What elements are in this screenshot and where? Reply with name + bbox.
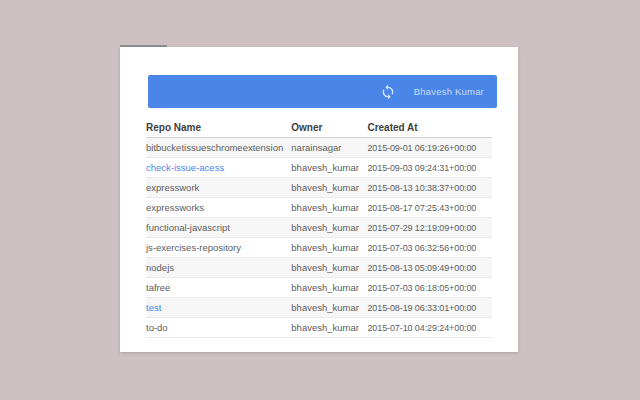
repo-name-cell: functional-javascript [146, 218, 291, 238]
owner-cell: bhavesh_kumar [291, 158, 367, 178]
table-row: to-do bhavesh_kumar 2015-07-10 04:29:24+… [146, 318, 492, 338]
repo-name-cell: bitbucketissueschromeextension [146, 138, 291, 158]
repo-table: Repo Name Owner Created At bitbucketissu… [146, 117, 492, 338]
user-name: Bhavesh Kumar [414, 86, 484, 97]
app-card: Bhavesh Kumar Repo Name Owner Created At… [120, 47, 518, 352]
table-row: nodejs bhavesh_kumar 2015-08-13 05:09:49… [146, 258, 492, 278]
repo-link[interactable]: check-issue-acess [146, 162, 224, 173]
refresh-icon [380, 84, 396, 100]
owner-cell: bhavesh_kumar [291, 178, 367, 198]
column-header-owner: Owner [291, 117, 367, 138]
owner-cell: bhavesh_kumar [291, 298, 367, 318]
table-row: functional-javascript bhavesh_kumar 2015… [146, 218, 492, 238]
repo-name-cell: expressworks [146, 198, 291, 218]
table-row: tafree bhavesh_kumar 2015-07-03 06:18:05… [146, 278, 492, 298]
table-body: bitbucketissueschromeextension narainsag… [146, 138, 492, 338]
owner-cell: bhavesh_kumar [291, 238, 367, 258]
owner-cell: bhavesh_kumar [291, 198, 367, 218]
column-header-repo-name: Repo Name [146, 117, 291, 138]
table-row: expressworks bhavesh_kumar 2015-08-17 07… [146, 198, 492, 218]
created-at-cell: 2015-09-01 06:19:26+00:00 [367, 138, 492, 158]
table-row: check-issue-acess bhavesh_kumar 2015-09-… [146, 158, 492, 178]
table-row: expresswork bhavesh_kumar 2015-08-13 10:… [146, 178, 492, 198]
repo-table-container: Repo Name Owner Created At bitbucketissu… [146, 117, 492, 338]
table-row: test bhavesh_kumar 2015-08-19 06:33:01+0… [146, 298, 492, 318]
created-at-cell: 2015-08-17 07:25:43+00:00 [367, 198, 492, 218]
table-row: js-exercises-repository bhavesh_kumar 20… [146, 238, 492, 258]
repo-name-cell: to-do [146, 318, 291, 338]
owner-cell: bhavesh_kumar [291, 278, 367, 298]
created-at-cell: 2015-07-03 06:18:05+00:00 [367, 278, 492, 298]
refresh-button[interactable] [380, 83, 397, 100]
created-at-cell: 2015-09-03 09:24:31+00:00 [367, 158, 492, 178]
created-at-cell: 2015-07-29 12:19:09+00:00 [367, 218, 492, 238]
created-at-cell: 2015-08-19 06:33:01+00:00 [367, 298, 492, 318]
created-at-cell: 2015-08-13 10:38:37+00:00 [367, 178, 492, 198]
owner-cell: bhavesh_kumar [291, 318, 367, 338]
repo-name-cell: nodejs [146, 258, 291, 278]
created-at-cell: 2015-07-10 04:29:24+00:00 [367, 318, 492, 338]
repo-name-cell: expresswork [146, 178, 291, 198]
column-header-created-at: Created At [367, 117, 492, 138]
table-row: bitbucketissueschromeextension narainsag… [146, 138, 492, 158]
repo-name-cell: test [146, 298, 291, 318]
repo-name-cell: check-issue-acess [146, 158, 291, 178]
table-header-row: Repo Name Owner Created At [146, 117, 492, 138]
repo-name-cell: js-exercises-repository [146, 238, 291, 258]
repo-name-cell: tafree [146, 278, 291, 298]
created-at-cell: 2015-08-13 05:09:49+00:00 [367, 258, 492, 278]
owner-cell: bhavesh_kumar [291, 218, 367, 238]
toolbar: Bhavesh Kumar [148, 75, 497, 108]
owner-cell: narainsagar [291, 138, 367, 158]
repo-link[interactable]: test [146, 302, 161, 313]
created-at-cell: 2015-07-03 06:32:56+00:00 [367, 238, 492, 258]
owner-cell: bhavesh_kumar [291, 258, 367, 278]
